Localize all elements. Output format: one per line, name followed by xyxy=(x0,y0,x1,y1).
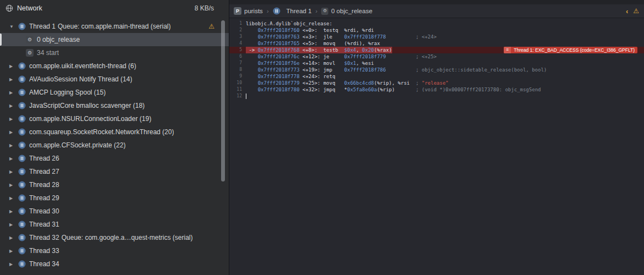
row-label: Thread 29 xyxy=(29,194,59,202)
disclosure-triangle-icon[interactable]: ▶ xyxy=(9,222,18,227)
line-number[interactable]: 9 xyxy=(229,73,246,80)
code-line: 7 0x7fff2018f76e <+14>: movl $0x1, %esi xyxy=(229,60,644,67)
disclosure-triangle-icon[interactable]: ▶ xyxy=(9,262,18,267)
line-number[interactable]: 2 xyxy=(229,27,246,34)
row-label: Thread 34 xyxy=(29,260,59,268)
disclosure-triangle-icon[interactable]: ▶ xyxy=(9,77,18,82)
thread-icon xyxy=(18,207,26,215)
thread-row[interactable]: ▶Thread 26 xyxy=(0,152,229,165)
thread-row[interactable]: ▶Thread 29 xyxy=(0,191,229,205)
navigator-scrollbar[interactable] xyxy=(221,20,225,182)
thread-row[interactable]: ▶Thread 28 xyxy=(0,178,229,191)
thread-icon xyxy=(18,141,26,149)
jumpbar-project[interactable]: P purists xyxy=(234,7,263,15)
thread-row[interactable]: ▶Thread 34 xyxy=(0,257,229,271)
line-number[interactable]: 8 xyxy=(229,67,246,73)
code-line: 5 -> 0x7fff2018f768 <+8>: testb $0x4, 0x… xyxy=(229,47,644,53)
code-line: 10 0x7fff2018f779 <+25>: movq 0x66bc4cd8… xyxy=(229,80,644,86)
thread-row[interactable]: ▶com.squareup.SocketRocket.NetworkThread… xyxy=(0,125,229,139)
disclosure-triangle-icon[interactable]: ▶ xyxy=(9,169,18,174)
thread-row[interactable]: ▶JavaScriptCore bmalloc scavenger (18) xyxy=(0,99,229,112)
thread-icon xyxy=(18,155,26,162)
row-label: Thread 26 xyxy=(29,155,59,162)
crash-annotation-badge[interactable]: ≡Thread 1: EXC_BAD_ACCESS (code=EXC_I386… xyxy=(504,47,637,53)
line-number[interactable]: 5 xyxy=(229,47,246,53)
thread-icon xyxy=(18,181,26,189)
disclosure-triangle-icon[interactable]: ▶ xyxy=(9,117,18,122)
code-text: 0x7fff2018f765 <+5>: movq (%rdi), %rax xyxy=(246,40,380,47)
thread-row[interactable]: ▶Thread 30 xyxy=(0,205,229,218)
disclosure-triangle-icon[interactable]: ▶ xyxy=(9,183,18,188)
line-number[interactable]: 3 xyxy=(229,34,246,40)
disassembly-view[interactable]: 1libobjc.A.dylib`objc_release:2 0x7fff20… xyxy=(229,20,644,100)
disclosure-triangle-icon[interactable]: ▶ xyxy=(9,249,18,254)
stack-frame-row[interactable]: ⚙0 objc_release xyxy=(0,33,229,46)
thread-row[interactable]: ▶Thread 33 xyxy=(0,244,229,257)
disclosure-triangle-icon[interactable]: ▶ xyxy=(9,235,18,240)
thread-icon xyxy=(18,89,26,96)
stack-frame-icon: ⚙ xyxy=(321,8,328,15)
code-line: 3 0x7fff2018f763 <+3>: jle 0x7fff2018f77… xyxy=(229,34,644,40)
disclosure-triangle-icon[interactable]: ▶ xyxy=(9,196,18,201)
thread-icon xyxy=(18,221,26,228)
stack-frame-icon: ⚙ xyxy=(26,36,34,43)
code-text: libobjc.A.dylib`objc_release: xyxy=(246,20,332,27)
line-number[interactable]: 6 xyxy=(229,53,246,60)
disclosure-triangle-icon[interactable]: ▶ xyxy=(9,130,18,135)
thread-row[interactable]: ▶Thread 27 xyxy=(0,165,229,178)
jump-bar: P purists › Thread 1 › ⚙ 0 objc_release … xyxy=(229,4,644,18)
network-gauge-row[interactable]: Network 8 KB/s xyxy=(0,0,229,15)
collapse-chevron-icon[interactable]: ‹ xyxy=(626,7,628,15)
issues-warning-icon[interactable]: ⚠ xyxy=(633,7,639,15)
row-label: AVAudioSession Notify Thread (14) xyxy=(29,75,132,83)
code-text: -> 0x7fff2018f768 <+8>: testb $0x4, 0x20… xyxy=(246,47,392,53)
top-strip xyxy=(229,0,644,4)
thread-icon xyxy=(18,247,26,255)
row-label: com.apple.CFSocket.private (22) xyxy=(29,141,125,149)
line-number[interactable]: 10 xyxy=(229,80,246,86)
thread-row[interactable]: ▶Thread 31 xyxy=(0,218,229,231)
line-number[interactable]: 12 xyxy=(229,93,246,100)
network-gauge-label: Network xyxy=(17,4,42,12)
row-label: com.apple.NSURLConnectionLoader (19) xyxy=(29,115,151,123)
code-text: 0x7fff2018f760 <+0>: testq %rdi, %rdi xyxy=(246,27,374,34)
thread-row[interactable]: ▶com.apple.NSURLConnectionLoader (19) xyxy=(0,112,229,125)
code-line: 12 xyxy=(229,93,644,100)
line-number[interactable]: 1 xyxy=(229,20,246,27)
disclosure-triangle-icon[interactable]: ▶ xyxy=(9,209,18,214)
thread-icon xyxy=(18,62,26,70)
editor-pane: P purists › Thread 1 › ⚙ 0 objc_release … xyxy=(229,0,644,275)
line-number[interactable]: 7 xyxy=(229,60,246,67)
line-number[interactable]: 11 xyxy=(229,86,246,93)
row-label: 34 start xyxy=(37,49,59,57)
breadcrumb-separator: › xyxy=(316,8,318,14)
disclosure-triangle-icon[interactable]: ▶ xyxy=(9,64,18,69)
row-label: Thread 33 xyxy=(29,247,59,255)
warning-icon: ⚠ xyxy=(208,23,214,30)
disclosure-triangle-icon[interactable]: ▶ xyxy=(9,90,18,95)
row-detail: Queue: com.google.a…quest-metrics (seria… xyxy=(62,234,193,241)
code-text: 0x7fff2018f76c <+12>: je 0x7fff2018f779 … xyxy=(246,53,437,60)
thread-row[interactable]: ▶com.apple.CFSocket.private (22) xyxy=(0,139,229,152)
jumpbar-thread[interactable]: Thread 1 xyxy=(273,7,312,15)
disclosure-triangle-icon[interactable]: ▶ xyxy=(9,156,18,161)
line-number[interactable]: 4 xyxy=(229,40,246,47)
disclosure-triangle-icon[interactable]: ▶ xyxy=(9,103,18,108)
disclosure-triangle-icon[interactable]: ▼ xyxy=(9,24,18,29)
thread-row[interactable]: ▶Thread 32Queue: com.google.a…quest-metr… xyxy=(0,231,229,244)
debug-navigator: Network 8 KB/s ▼Thread 1Queue: com.apple… xyxy=(0,0,229,275)
row-label: com.apple.uikit.eventfetch-thread (6) xyxy=(29,62,136,70)
code-text: 0x7fff2018f778 <+24>: retq xyxy=(246,73,335,80)
disclosure-triangle-icon[interactable]: ▶ xyxy=(9,143,18,148)
stack-frame-icon: ⚙ xyxy=(26,49,34,57)
thread-row[interactable]: ▶com.apple.uikit.eventfetch-thread (6) xyxy=(0,59,229,73)
code-text: 0x7fff2018f780 <+32>: jmpq *0x5fa8e60a(%… xyxy=(246,86,541,93)
thread-row[interactable]: ▶AMCP Logging Spool (15) xyxy=(0,86,229,99)
code-line: 8 0x7fff2018f773 <+19>: jmp 0x7fff2018f7… xyxy=(229,67,644,73)
thread-row[interactable]: ▶AVAudioSession Notify Thread (14) xyxy=(0,73,229,86)
row-label: Thread 30 xyxy=(29,207,59,215)
network-rate-value: 8 KB/s xyxy=(195,4,214,12)
stack-frame-row[interactable]: ⚙34 start xyxy=(0,46,229,59)
jumpbar-frame[interactable]: ⚙ 0 objc_release xyxy=(321,8,372,15)
thread-row[interactable]: ▼Thread 1Queue: com.apple.main-thread (s… xyxy=(0,20,229,33)
